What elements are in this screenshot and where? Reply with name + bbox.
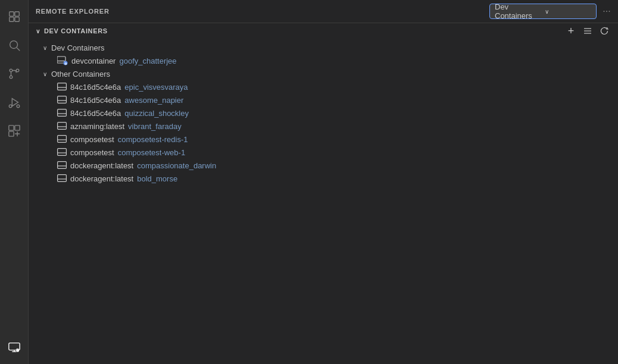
container-name: dockeragent:latest xyxy=(70,174,133,183)
svg-point-7 xyxy=(10,76,13,79)
subsection-other-containers-label: Other Containers xyxy=(51,70,110,79)
svg-rect-32 xyxy=(58,109,67,117)
svg-rect-42 xyxy=(58,175,67,182)
container-name: 84c16d5c4e6a xyxy=(70,109,121,118)
subsection-other-containers[interactable]: ∨ Other Containers xyxy=(29,67,618,80)
svg-point-6 xyxy=(10,69,13,72)
tree-item[interactable]: dockeragent:latest bold_morse xyxy=(29,172,618,185)
container-alias: composetest-redis-1 xyxy=(118,135,188,144)
svg-text:⚙: ⚙ xyxy=(16,349,18,352)
dev-containers-dropdown[interactable]: Dev Containers ∨ xyxy=(489,4,597,19)
svg-point-11 xyxy=(17,105,20,108)
tree-item[interactable]: composetest composetest-web-1 xyxy=(29,146,618,159)
container-name: composetest xyxy=(70,148,114,157)
container-name: 84c16d5c4e6a xyxy=(70,83,121,92)
container-alias: composetest-web-1 xyxy=(118,148,185,157)
dropdown-label: Dev Containers xyxy=(495,2,541,20)
svg-rect-36 xyxy=(58,136,67,143)
sidebar-title: REMOTE EXPLORER xyxy=(36,8,110,15)
source-control-icon[interactable] xyxy=(2,62,26,86)
tree-item[interactable]: composetest composetest-redis-1 xyxy=(29,133,618,146)
svg-rect-2 xyxy=(9,17,13,21)
container-icon xyxy=(57,161,67,170)
chevron-down-icon: ∨ xyxy=(545,8,591,15)
tree-item[interactable]: 84c16d5c4e6a awesome_napier xyxy=(29,93,618,106)
container-alias: awesome_napier xyxy=(124,96,183,105)
tree-view: ∨ Dev Containers ⚙ devcontainer goofy_ch… xyxy=(29,39,618,364)
other-containers-list: 84c16d5c4e6a epic_visvesvaraya 84c16d5c4… xyxy=(29,80,618,185)
remote-explorer-icon[interactable]: ⚙ xyxy=(2,335,26,359)
run-debug-icon[interactable] xyxy=(2,90,26,114)
container-alias: quizzical_shockley xyxy=(124,109,189,118)
tree-item[interactable]: dockeragent:latest compassionate_darwin xyxy=(29,159,618,172)
container-icon xyxy=(57,95,67,105)
tree-item[interactable]: aznaming:latest vibrant_faraday xyxy=(29,120,618,133)
activity-bar: ⚙ xyxy=(0,0,29,364)
sidebar-top-header: REMOTE EXPLORER Dev Containers ∨ ··· xyxy=(29,0,618,23)
svg-rect-0 xyxy=(9,12,13,16)
tree-item[interactable]: 84c16d5c4e6a quizzical_shockley xyxy=(29,106,618,120)
subsection-dev-containers[interactable]: ∨ Dev Containers xyxy=(29,41,618,54)
dev-containers-section-toggle[interactable]: ∨ DEV CONTAINERS xyxy=(36,24,108,37)
svg-rect-13 xyxy=(14,125,19,130)
add-container-button[interactable]: + xyxy=(564,24,578,37)
tree-item[interactable]: 84c16d5c4e6a epic_visvesvaraya xyxy=(29,80,618,93)
search-icon[interactable] xyxy=(2,33,26,57)
svg-line-5 xyxy=(17,48,20,51)
svg-rect-3 xyxy=(14,17,18,21)
container-icon xyxy=(57,82,67,92)
svg-point-8 xyxy=(16,69,19,72)
svg-rect-28 xyxy=(58,83,67,90)
section-actions: + xyxy=(564,24,611,37)
container-name: dockeragent:latest xyxy=(70,161,133,170)
chevron-icon: ∨ xyxy=(36,28,42,34)
container-icon xyxy=(57,148,67,157)
tree-item-devcontainer[interactable]: ⚙ devcontainer goofy_chatterjee xyxy=(29,54,618,67)
container-icon xyxy=(57,108,67,118)
container-icon xyxy=(57,121,67,131)
container-alias: bold_morse xyxy=(137,174,177,183)
devcontainer-icon: ⚙ xyxy=(57,56,68,65)
more-actions-button[interactable]: ··· xyxy=(600,5,613,18)
svg-point-4 xyxy=(10,41,17,49)
extensions-icon[interactable] xyxy=(2,119,26,143)
devcontainer-alias: goofy_chatterjee xyxy=(119,57,176,65)
svg-rect-40 xyxy=(58,162,67,169)
dev-containers-section-label: DEV CONTAINERS xyxy=(44,27,108,34)
container-name: 84c16d5c4e6a xyxy=(70,96,121,105)
refresh-button[interactable] xyxy=(598,24,611,37)
svg-rect-38 xyxy=(58,149,67,156)
subsection-chevron-icon: ∨ xyxy=(43,45,49,51)
svg-rect-14 xyxy=(8,131,13,136)
svg-rect-34 xyxy=(58,123,67,130)
list-view-button[interactable] xyxy=(581,24,594,37)
explorer-icon[interactable] xyxy=(2,5,26,29)
other-containers-chevron-icon: ∨ xyxy=(43,71,49,77)
subsection-dev-containers-label: Dev Containers xyxy=(51,43,105,52)
devcontainer-name: devcontainer xyxy=(71,57,116,65)
container-alias: vibrant_faraday xyxy=(128,122,182,131)
header-right: Dev Containers ∨ ··· xyxy=(489,4,613,19)
dev-containers-section-header-row: ∨ DEV CONTAINERS + xyxy=(29,23,618,39)
svg-point-10 xyxy=(9,105,12,108)
svg-rect-30 xyxy=(58,96,67,103)
container-icon xyxy=(57,134,67,144)
container-icon xyxy=(57,174,67,183)
container-alias: compassionate_darwin xyxy=(137,161,216,170)
sidebar: REMOTE EXPLORER Dev Containers ∨ ··· ∨ D… xyxy=(29,0,618,364)
container-name: composetest xyxy=(70,135,114,144)
svg-rect-12 xyxy=(8,125,13,130)
container-name: aznaming:latest xyxy=(70,122,124,131)
svg-rect-1 xyxy=(14,12,18,16)
container-alias: epic_visvesvaraya xyxy=(124,83,188,92)
